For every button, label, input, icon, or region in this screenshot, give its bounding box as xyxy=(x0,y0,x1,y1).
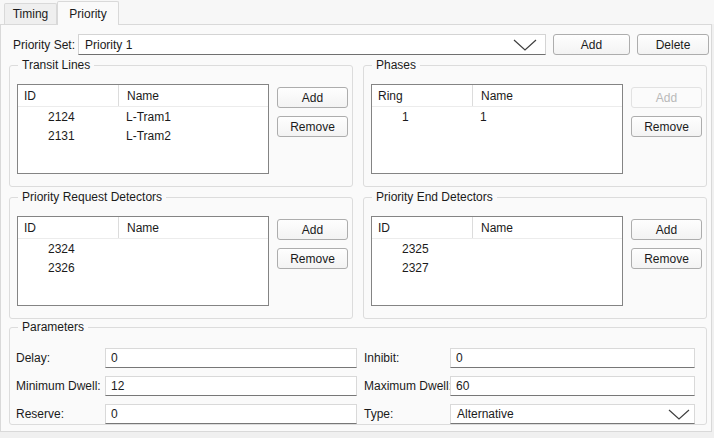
column-header-ring: Ring xyxy=(372,85,472,106)
priority-set-label: Priority Set: xyxy=(13,34,75,55)
column-header-id: ID xyxy=(372,217,472,238)
type-value: Alternative xyxy=(457,407,514,421)
transit-lines-table[interactable]: ID Name 2124 L-Tram1 2131 L-Tram2 xyxy=(17,84,269,174)
table-row[interactable]: 2325 xyxy=(372,239,622,258)
cell-id: 2124 xyxy=(18,107,118,126)
priority-set-value: Priority 1 xyxy=(85,38,132,52)
end-detectors-header: ID Name xyxy=(372,217,622,239)
cell-name xyxy=(472,239,622,258)
end-detectors-remove-button[interactable]: Remove xyxy=(631,248,702,269)
priority-set-delete-button[interactable]: Delete xyxy=(637,34,709,55)
tab-timing[interactable]: Timing xyxy=(4,3,57,24)
request-detectors-title: Priority Request Detectors xyxy=(18,190,166,205)
phases-header: Ring Name xyxy=(372,85,622,107)
column-header-id: ID xyxy=(18,85,118,106)
parameters-group: Parameters Delay: Inhibit: Minimum Dwell… xyxy=(9,327,707,425)
inhibit-label: Inhibit: xyxy=(364,348,399,368)
column-header-name: Name xyxy=(118,217,268,238)
end-detectors-title: Priority End Detectors xyxy=(372,190,497,205)
delay-field[interactable] xyxy=(105,348,357,368)
minimum-dwell-label: Minimum Dwell: xyxy=(16,376,101,396)
request-detectors-group: Priority Request Detectors ID Name 2324 … xyxy=(9,197,353,319)
end-detectors-table[interactable]: ID Name 2325 2327 xyxy=(371,216,623,306)
phases-title: Phases xyxy=(372,58,420,73)
request-detectors-header: ID Name xyxy=(18,217,268,239)
reserve-field[interactable] xyxy=(105,404,357,424)
phases-table[interactable]: Ring Name 1 1 xyxy=(371,84,623,174)
priority-set-add-button[interactable]: Add xyxy=(553,34,630,55)
cell-name: L-Tram2 xyxy=(118,126,268,145)
type-label: Type: xyxy=(364,404,393,424)
maximum-dwell-field[interactable] xyxy=(450,376,695,396)
parameters-title: Parameters xyxy=(18,320,88,335)
chevron-down-icon xyxy=(513,39,537,51)
table-row[interactable]: 2131 L-Tram2 xyxy=(18,126,268,145)
transit-lines-add-button[interactable]: Add xyxy=(277,87,348,108)
tab-timing-label: Timing xyxy=(13,7,49,21)
type-combobox[interactable]: Alternative xyxy=(450,404,695,424)
end-detectors-add-button[interactable]: Add xyxy=(631,219,702,240)
table-row[interactable]: 1 1 xyxy=(372,107,622,126)
table-row[interactable]: 2326 xyxy=(18,258,268,277)
table-row[interactable]: 2124 L-Tram1 xyxy=(18,107,268,126)
cell-name xyxy=(118,239,268,258)
priority-tab-page: Priority Set: Priority 1 Add Delete Tran… xyxy=(0,24,712,432)
tab-priority[interactable]: Priority xyxy=(57,1,119,25)
inhibit-field[interactable] xyxy=(450,348,695,368)
phases-group: Phases Ring Name 1 1 Add Remove xyxy=(363,65,707,187)
cell-id: 2327 xyxy=(372,258,472,277)
minimum-dwell-field[interactable] xyxy=(105,376,357,396)
cell-id: 2131 xyxy=(18,126,118,145)
cell-id: 2325 xyxy=(372,239,472,258)
column-header-name: Name xyxy=(472,85,622,106)
cell-name: 1 xyxy=(472,107,622,126)
end-detectors-group: Priority End Detectors ID Name 2325 2327… xyxy=(363,197,707,319)
transit-lines-remove-button[interactable]: Remove xyxy=(277,116,348,137)
cell-name xyxy=(472,258,622,277)
cell-id: 2324 xyxy=(18,239,118,258)
phases-remove-button[interactable]: Remove xyxy=(631,116,702,137)
cell-id: 2326 xyxy=(18,258,118,277)
column-header-name: Name xyxy=(118,85,268,106)
cell-name xyxy=(118,258,268,277)
tab-priority-label: Priority xyxy=(69,7,106,21)
transit-lines-title: Transit Lines xyxy=(18,58,94,73)
reserve-label: Reserve: xyxy=(16,404,64,424)
transit-lines-header: ID Name xyxy=(18,85,268,107)
request-detectors-table[interactable]: ID Name 2324 2326 xyxy=(17,216,269,306)
cell-ring: 1 xyxy=(372,107,472,126)
delay-label: Delay: xyxy=(16,348,50,368)
request-detectors-add-button[interactable]: Add xyxy=(277,219,348,240)
column-header-name: Name xyxy=(472,217,622,238)
phases-add-button[interactable]: Add xyxy=(631,87,702,108)
transit-lines-group: Transit Lines ID Name 2124 L-Tram1 2131 … xyxy=(9,65,353,187)
table-row[interactable]: 2327 xyxy=(372,258,622,277)
column-header-id: ID xyxy=(18,217,118,238)
chevron-down-icon xyxy=(668,409,690,420)
table-row[interactable]: 2324 xyxy=(18,239,268,258)
maximum-dwell-label: Maximum Dwell: xyxy=(364,376,452,396)
cell-name: L-Tram1 xyxy=(118,107,268,126)
priority-set-combobox[interactable]: Priority 1 xyxy=(78,34,546,55)
request-detectors-remove-button[interactable]: Remove xyxy=(277,248,348,269)
